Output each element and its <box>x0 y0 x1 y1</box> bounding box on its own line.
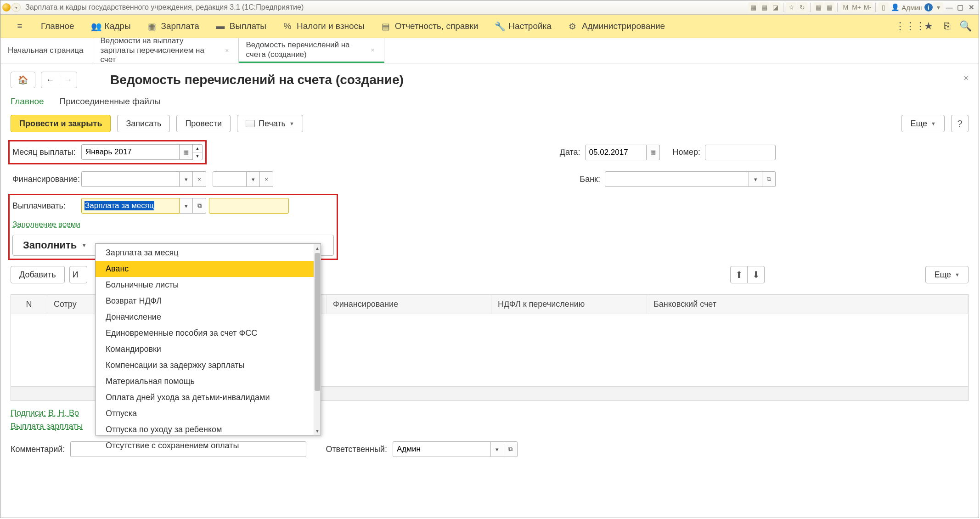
search-icon[interactable]: 🔍 <box>958 19 972 33</box>
menu-main[interactable]: Главное <box>33 15 83 38</box>
m-icon[interactable]: M <box>840 2 850 12</box>
dropdown-item[interactable]: Материальная помощь <box>96 373 314 389</box>
panel-icon[interactable]: ▯ <box>879 2 889 12</box>
dropdown-item[interactable]: Компенсации за задержку зарплаты <box>96 357 314 373</box>
tab-start-page[interactable]: Начальная страница <box>0 38 93 63</box>
calc-icon[interactable]: ▦ <box>813 2 823 12</box>
menu-burger[interactable]: ≡ <box>7 15 33 38</box>
history-icon[interactable]: ↻ <box>797 2 807 12</box>
subtab-files[interactable]: Присоединенные файлы <box>60 96 161 107</box>
menu-payouts[interactable]: ▬Выплаты <box>208 15 275 38</box>
tab-vedomosti-list[interactable]: Ведомости на выплату зарплаты перечислен… <box>93 38 239 63</box>
month-picker-icon[interactable]: ▦ <box>180 144 193 160</box>
print-button[interactable]: Печать ▼ <box>237 115 303 132</box>
menu-salary[interactable]: ▦Зарплата <box>139 15 208 38</box>
clipboard-icon[interactable]: ⎘ <box>940 19 954 33</box>
dropdown-item[interactable]: Командировки <box>96 341 314 357</box>
move-up-icon[interactable]: ⬆ <box>730 266 748 283</box>
titlebar-btn-3[interactable]: ◪ <box>770 2 780 12</box>
signatures-link[interactable]: Подписи: В. Н. Во <box>11 408 79 418</box>
date-field[interactable] <box>585 145 647 160</box>
col-n[interactable]: N <box>11 295 47 314</box>
date-picker-icon[interactable]: ▦ <box>647 145 660 160</box>
titlebar-btn-1[interactable]: ▦ <box>748 2 758 12</box>
finance2-drop-icon[interactable]: ▾ <box>247 171 260 187</box>
bank-field[interactable] <box>605 171 749 187</box>
maximize-icon[interactable]: ▢ <box>956 3 965 11</box>
dropdown-item[interactable]: Возврат НДФЛ <box>96 293 314 309</box>
dropdown-item[interactable]: Зарплата за месяц <box>96 245 314 261</box>
bank-open-icon[interactable]: ⧉ <box>762 171 776 187</box>
dropdown-item[interactable]: Доначисление <box>96 309 314 325</box>
nav-back-icon[interactable]: ← <box>41 75 59 85</box>
toolbar-btn-trunc[interactable]: И <box>69 266 87 283</box>
titlebar-btn-2[interactable]: ▤ <box>759 2 769 12</box>
home-button[interactable]: 🏠 <box>11 72 35 88</box>
comment-label: Комментарий: <box>11 445 65 454</box>
finance-drop-icon[interactable]: ▾ <box>180 171 193 187</box>
payout-drop-icon[interactable]: ▾ <box>180 198 193 214</box>
add-row-button[interactable]: Добавить <box>11 266 65 283</box>
move-down-icon[interactable]: ⬇ <box>748 266 765 283</box>
menu-hr[interactable]: 👥Кадры <box>83 15 139 38</box>
menu-setup[interactable]: 🔧Настройка <box>486 15 560 38</box>
month-field[interactable] <box>81 144 180 160</box>
finance-clear-icon[interactable]: × <box>193 171 206 187</box>
star-icon[interactable]: ★ <box>922 19 935 33</box>
dropdown-item[interactable]: Аванс <box>96 261 314 277</box>
dropdown-item[interactable]: Больничные листы <box>96 277 314 293</box>
m-plus-icon[interactable]: M+ <box>851 2 862 12</box>
close-page-icon[interactable]: × <box>963 73 969 83</box>
fill-all-link[interactable]: Заполнение всеми <box>12 220 80 229</box>
nav-forward-icon[interactable]: → <box>59 75 77 85</box>
dropdown-item[interactable]: Единовременные пособия за счет ФСС <box>96 325 314 341</box>
tab-close-icon[interactable]: × <box>371 46 374 54</box>
bank-drop-icon[interactable]: ▾ <box>749 171 762 187</box>
month-spinner[interactable]: ▲ ▼ <box>193 144 203 160</box>
titlebar-dropdown-icon[interactable]: ▾ <box>11 3 21 12</box>
more-button[interactable]: Еще▼ <box>901 115 945 132</box>
payout-link[interactable]: Выплата зарплаты <box>11 422 83 431</box>
col-ndfl[interactable]: НДФЛ к перечислению <box>491 295 647 314</box>
post-button[interactable]: Провести <box>176 115 231 132</box>
dropdown-item[interactable]: Отсутствие с сохранением оплаты <box>96 438 314 454</box>
post-and-close-button[interactable]: Провести и закрыть <box>11 115 111 132</box>
finance2-clear-icon[interactable]: × <box>260 171 273 187</box>
menu-taxes[interactable]: %Налоги и взносы <box>275 15 373 38</box>
dropdown-item[interactable]: Отпуска <box>96 406 314 422</box>
tab-vedomost-create[interactable]: Ведомость перечислений на счета (создани… <box>239 38 384 63</box>
menu-reports[interactable]: ▤Отчетность, справки <box>373 15 487 38</box>
payout-open-icon[interactable]: ⧉ <box>193 198 206 214</box>
minimize-icon[interactable]: — <box>945 4 954 11</box>
responsible-open-icon[interactable]: ⧉ <box>504 441 518 457</box>
calendar-icon[interactable]: ▦ <box>824 2 834 12</box>
payout-field[interactable]: Зарплата за месяц <box>81 198 180 214</box>
help-button[interactable]: ? <box>951 115 969 132</box>
table-more-button[interactable]: Еще▼ <box>925 266 969 283</box>
favorites-icon[interactable]: ☆ <box>786 2 796 12</box>
m-minus-icon[interactable]: M- <box>862 2 873 12</box>
number-field[interactable] <box>705 145 776 160</box>
titlebar-drop2[interactable]: ▾ <box>933 2 943 12</box>
spin-down-icon[interactable]: ▼ <box>193 152 202 160</box>
col-bank[interactable]: Банковский счет <box>647 295 968 314</box>
tab-label: Начальная страница <box>8 46 84 55</box>
tab-close-icon[interactable]: × <box>225 47 229 54</box>
apps-icon[interactable]: ⋮⋮⋮ <box>903 19 917 33</box>
dropdown-scrollbar[interactable]: ▲ ▼ <box>314 244 321 435</box>
responsible-drop-icon[interactable]: ▾ <box>491 441 504 457</box>
finance2-field[interactable] <box>213 171 247 187</box>
finance-field[interactable] <box>81 171 180 187</box>
menu-admin[interactable]: ⚙Администрирование <box>560 15 673 38</box>
write-button[interactable]: Записать <box>117 115 170 132</box>
dropdown-item[interactable]: Оплата дней ухода за детьми-инвалидами <box>96 389 314 406</box>
col-finance[interactable]: Финансирование <box>327 295 491 314</box>
payout-extra-field[interactable] <box>209 198 289 214</box>
info-icon[interactable]: i <box>924 3 933 11</box>
user-label[interactable]: 👤 Админ <box>891 3 923 11</box>
dropdown-item[interactable]: Отпуска по уходу за ребенком <box>96 422 314 438</box>
subtab-main[interactable]: Главное <box>11 96 44 107</box>
spin-up-icon[interactable]: ▲ <box>193 145 202 152</box>
close-window-icon[interactable]: ✕ <box>967 3 976 11</box>
responsible-field[interactable] <box>393 441 491 457</box>
